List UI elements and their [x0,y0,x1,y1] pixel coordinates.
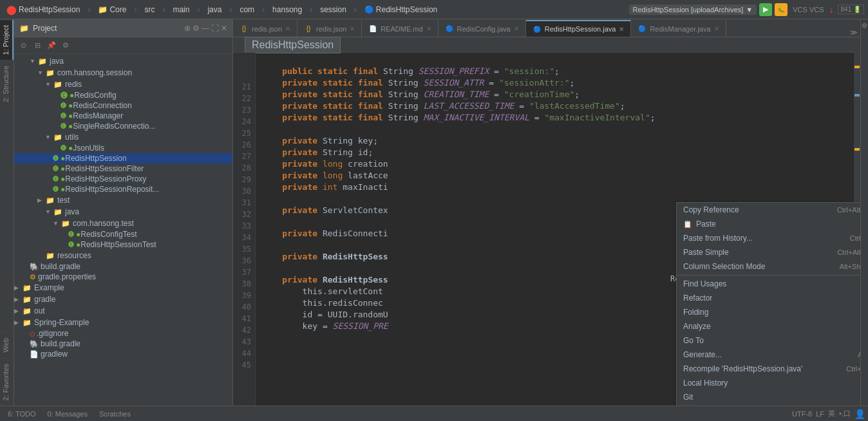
scroll-from-source-btn[interactable]: ⊙ [17,39,30,52]
tree-item-com-hansong-test[interactable]: ▼ 📁 com.hansong.test [14,218,232,229]
tree-item-java2[interactable]: ▼ 📁 java [14,206,232,218]
tab-redis-config[interactable]: 🔵 RedisConfig.java ✕ [439,20,526,37]
tab-redis-http-session[interactable]: 🔵 RedisHttpSession.java ✕ [526,20,632,37]
tree-item-session-test[interactable]: 🅒 ● RedisHttpSessionTest [14,239,232,250]
tab-close-icon[interactable]: ✕ [285,25,290,32]
tab-close-icon[interactable]: ✕ [426,25,431,32]
tree-item-filter[interactable]: 🅒 ● RedisHttpSessionFilter [14,164,232,174]
tab-readme[interactable]: 📄 README.md ✕ [362,20,438,37]
ctx-find-usages[interactable]: Find Usages Alt+F7 [677,277,860,291]
tree-item-build-gradle2[interactable]: 🐘 build.gradle [14,339,232,349]
ctx-paste-simple[interactable]: Paste Simple Ctrl+Alt+Shift+V [677,245,860,259]
tree-item-test[interactable]: ▶ 📁 test [14,194,232,206]
tree-item-redis[interactable]: ▼ 📁 redis [14,79,232,90]
java-icon: 🅒 [61,145,66,151]
settings-icon[interactable]: ⚙ [193,24,200,33]
tree-item-utils[interactable]: ▼ 📁 utils [14,131,232,143]
more-tabs-icon[interactable]: ≫ [850,28,858,37]
ctx-refactor[interactable]: Refactor ▶ [677,291,860,305]
ctx-local-history[interactable]: Local History ▶ [677,376,860,390]
tree-item-gradle[interactable]: ▶ 📁 gradle [14,294,232,305]
code-line [262,124,854,135]
tree-item-spring-example[interactable]: ▶ 📁 Spring-Example [14,317,232,328]
editor-content[interactable]: 21 22 23 24 25 26 27 28 29 30 31 32 33 3… [233,53,860,406]
tree-item-java[interactable]: ▼ 📁 java [14,55,232,67]
right-panel-tab[interactable]: ⚙ [861,22,868,29]
tree-item-single-redis[interactable]: 🅒 ● SingleRedisConnectio... [14,121,232,131]
ctx-git[interactable]: Git ▶ [677,390,860,404]
ctx-recompile[interactable]: Recompile 'RedisHttpSession.java' Ctrl+S… [677,362,860,376]
tree-item-reposit[interactable]: 🅒 ● RedisHttpSessionReposit... [14,184,232,194]
minimize-icon[interactable]: — [202,24,209,33]
tree-item-out[interactable]: ▶ 📁 out [14,305,232,317]
notification-icon[interactable]: ↓ [829,5,834,15]
tab-close-icon[interactable]: ✕ [514,25,519,32]
debug-button[interactable]: 🐛 [775,3,788,16]
java-icon: 🅒 [61,91,68,99]
tree-item-example[interactable]: ▶ 📁 Example [14,282,232,294]
bottom-tab-scratches[interactable]: Scratches [94,409,136,419]
java-icon: 🔵 [445,24,454,33]
tree-item-redis-manager[interactable]: 🅒 ● RedisManager [14,111,232,121]
ctx-goto[interactable]: Go To ▶ [677,333,860,348]
ctx-paste[interactable]: 📋 Paste Ctrl+V [677,217,860,231]
tree-item-gitignore[interactable]: ◇ .gitignore [14,328,232,339]
project-indicator[interactable]: ⬤ RedisHttpSession [4,3,82,16]
topbar-file[interactable]: 🔵 RedisHttpSession [362,4,440,15]
sidebar-tab-favorites[interactable]: 2: Favorites [0,358,14,406]
settings-tree-btn[interactable]: ⚙ [59,39,72,52]
tree-item-json-utils[interactable]: 🅒 ● JsonUtils [14,143,232,153]
topbar-java[interactable]: java [205,4,224,15]
topbar-com[interactable]: com [237,4,257,15]
tab-close-icon[interactable]: ✕ [619,26,624,33]
topbar-hansong[interactable]: hansong [270,4,305,15]
topbar-main[interactable]: main [170,4,192,15]
tab-redis-json-1[interactable]: {} redis.json ✕ [233,20,297,37]
topbar-src[interactable]: src [142,4,157,15]
ctx-analyze[interactable]: Analyze ▶ [677,319,860,333]
tree-item-gradle-props[interactable]: ⚙ gradle.properties [14,272,232,282]
sidebar-tab-structure[interactable]: 2: Structure [0,60,14,108]
topbar-core[interactable]: 📁 Core [95,4,129,15]
ctx-paste-history[interactable]: Paste from History... Ctrl+Shift+V [677,231,860,245]
ctx-column-selection[interactable]: Column Selection Mode Alt+Shift+Insert [677,259,860,274]
tab-close-icon[interactable]: ✕ [350,25,355,32]
code-line: private static final String CREATION_TIM… [262,89,854,100]
collapse-all-btn[interactable]: ⊟ [31,39,44,52]
tree-label: java [50,57,64,66]
ctx-generate[interactable]: Generate... Alt+Insert [677,348,860,362]
tree-item-redis-connection[interactable]: 🅒 ● RedisConnection [14,100,232,111]
tree-item-redis-http-session[interactable]: 🅒 ● RedisHttpSession [14,153,232,164]
tree-item-redis-config-test[interactable]: 🅒 ● RedisConfigTest [14,229,232,239]
encoding-label: UTF-8 [792,410,812,418]
sync-icon[interactable]: ⊕ [184,24,191,33]
code-line: private String key; [262,135,854,147]
tree-label: ● [76,240,80,249]
run-controls: RedisHttpSession [uploadArchives] ▼ ▶ 🐛 … [629,3,864,16]
pin-btn[interactable]: 📌 [45,39,58,52]
ctx-copy-reference[interactable]: Copy Reference Ctrl+Alt+Shift+C [677,203,860,217]
tree-item-resources[interactable]: 📁 resources [14,250,232,261]
tab-close-icon[interactable]: ✕ [714,25,719,32]
run-button[interactable]: ▶ [759,3,772,16]
tab-redis-json-2[interactable]: {} redis.json ✕ [297,20,362,37]
bottom-tab-messages[interactable]: 0: Messages [42,409,93,419]
sidebar-tab-project[interactable]: 1: Project [0,19,14,60]
tree-item-redis-config[interactable]: 🅒 ● RedisConfig [14,90,232,100]
sidebar-tab-web[interactable]: Web [0,332,14,357]
tree-label: ● [70,91,74,100]
tab-actions: ≫ [850,28,860,37]
topbar-session[interactable]: session [317,4,349,15]
ctx-go-tools[interactable]: Go Tools ▶ [677,404,860,406]
bottom-tab-todo[interactable]: 6: TODO [3,409,41,419]
expand-icon[interactable]: ⛶ [211,24,219,33]
run-config-selector[interactable]: RedisHttpSession [uploadArchives] ▼ [629,5,757,15]
tree-item-proxy[interactable]: 🅒 ● RedisHttpSessionProxy [14,174,232,184]
tree-item-gradlew[interactable]: 📄 gradlew [14,349,232,359]
tab-redis-manager[interactable]: 🔵 RedisManager.java ✕ [631,20,726,37]
ctx-folding[interactable]: Folding ▶ [677,305,860,319]
md-icon: 📄 [368,24,377,33]
tree-item-com-hansong[interactable]: ▼ 📁 com.hansong.session [14,67,232,79]
tree-item-build-gradle[interactable]: 🐘 build.gradle [14,261,232,272]
close-icon[interactable]: ✕ [221,24,227,33]
